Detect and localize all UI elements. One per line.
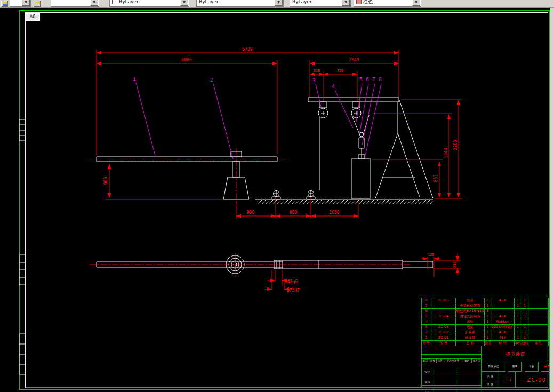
parts-cell-code: ZC-05: [431, 298, 456, 303]
parts-row: 8ZC-05底座145#11: [422, 298, 548, 303]
parts-cell-material: [491, 303, 515, 309]
parts-cell-material: Rubber: [491, 319, 515, 325]
parts-cell-w2: 1: [521, 325, 528, 330]
window-right-border[interactable]: [550, 0, 554, 392]
chevron-down-icon[interactable]: ▼: [275, 0, 283, 6]
callout-2: 2: [210, 77, 213, 83]
parts-row: 2ZC-02安装座145#11: [422, 330, 548, 335]
parts-cell-qty: 1: [485, 330, 491, 335]
signature-row: 工艺: [422, 389, 481, 392]
layers-icon[interactable]: [1, 1, 8, 7]
linetype-combo[interactable]: ByLayer ▼: [196, 0, 284, 7]
revision-label: 处数: [429, 359, 437, 363]
sheet-index: 第 张: [482, 380, 499, 388]
red-swatch: [356, 0, 362, 4]
revision-signature-area: 标记处数分区更改文件号签名年月日 设计审核工艺批准: [422, 346, 481, 388]
revision-label: 更改文件号: [444, 359, 462, 363]
parts-cell-w2: 1: [521, 314, 528, 319]
parts-cell-w2: 1: [521, 298, 528, 303]
signature-blank: [433, 379, 457, 386]
signature-label: 工艺: [422, 389, 433, 392]
dim-h900: 900: [103, 177, 108, 185]
properties-toolbar: ▼ ▼ ByLayer ▼ ByLayer ▼ ByLayer ▼ 红色 ▼: [0, 0, 554, 8]
parts-cell-w1: 1: [515, 298, 521, 303]
parts-list: 8ZC-05底座145#117卷筒传动装置1116钢丝绳6×19-φ1085ZC…: [422, 298, 548, 346]
hook-block: [359, 132, 364, 158]
parts-cell-name: 安装座: [456, 330, 485, 335]
chevron-down-icon[interactable]: ▼: [90, 0, 98, 6]
parts-row: 3ZC-03塔架1Q235A/铸铁件11: [422, 325, 548, 330]
lineweight-combo[interactable]: ByLayer ▼: [290, 0, 351, 7]
callout-5: 5: [359, 77, 362, 82]
revision-row: [422, 355, 481, 359]
parts-cell-seq: 6: [422, 309, 431, 314]
parts-cell-w1: 1: [515, 303, 521, 309]
dim-b900: 900: [247, 210, 255, 215]
parts-cell-name: 卷筒传动装置: [456, 303, 485, 309]
color-combo[interactable]: ByLayer ▼: [109, 0, 189, 7]
parts-header-cell: 备注: [528, 341, 549, 346]
signature-row: 设计: [422, 369, 481, 379]
layer-combo[interactable]: ▼: [51, 0, 99, 7]
title-block: 8ZC-05底座145#117卷筒传动装置1116钢丝绳6×19-φ1085ZC…: [421, 298, 548, 388]
parts-row: 7卷筒传动装置111: [422, 303, 548, 309]
front-view: [97, 98, 433, 204]
gantry: [308, 98, 433, 198]
plotstyle-combo[interactable]: 红色 ▼: [354, 0, 421, 7]
dim-total: 6739: [242, 47, 252, 52]
chevron-down-icon[interactable]: ▼: [22, 0, 30, 6]
parts-header-cell: 材 料: [491, 341, 515, 346]
parts-cell-w1: 1: [515, 314, 521, 319]
parts-cell-qty: 1: [485, 335, 491, 341]
sheet-count-cell: 共 张 第 张: [482, 372, 499, 388]
parts-cell-note: [528, 303, 549, 309]
parts-cell-seq: 4: [422, 319, 431, 325]
chevron-down-icon[interactable]: ▼: [412, 0, 420, 6]
signature-rows: 设计审核工艺批准: [422, 369, 481, 392]
layer-state-combo[interactable]: ▼: [10, 0, 31, 7]
signature-row: 审核: [422, 379, 481, 389]
drawing-number: ZC-00: [518, 372, 554, 388]
parts-cell-w1: 1: [515, 330, 521, 335]
parts-cell-seq: 1: [422, 335, 431, 341]
parts-cell-w2: [521, 309, 528, 314]
dim-b1050: 1050: [329, 210, 339, 215]
parts-cell-name: 吊钩: [456, 319, 485, 325]
chevron-down-icon[interactable]: ▼: [180, 0, 188, 6]
color-swatch: [112, 0, 117, 4]
callout-4: 4: [332, 84, 334, 89]
parts-header-cell: 名 称: [456, 341, 485, 346]
parts-header-row: 序号代 号名 称数量材 料单件总计备注: [422, 341, 548, 346]
parts-cell-qty: 1: [485, 298, 491, 303]
parts-cell-qty: 1: [485, 325, 491, 330]
chevron-down-icon[interactable]: ▼: [342, 0, 350, 6]
scale-label: 比例: [525, 362, 539, 372]
signature-blank: [433, 369, 457, 375]
parts-header-cell: 总计: [521, 341, 528, 346]
make-layer-current-icon[interactable]: [34, 1, 41, 7]
parts-cell-seq: 5: [422, 314, 431, 319]
signature-blank: [457, 379, 481, 386]
ground-hatch: [257, 200, 433, 204]
callout-3: 3: [312, 78, 315, 83]
parts-cell-w1: [515, 319, 521, 325]
parts-cell-w2: [521, 319, 528, 325]
parts-cell-seq: 8: [422, 298, 431, 303]
parts-cell-w2: 1: [521, 303, 528, 309]
parts-cell-note: [528, 309, 549, 314]
dim-212: 212: [453, 261, 457, 268]
dim-861: 861: [433, 174, 438, 182]
parts-cell-w2: 1: [521, 335, 528, 341]
dim-2049: 2049: [349, 58, 359, 62]
sheet-size-label: A0: [25, 13, 40, 21]
dim-2280: 2280: [453, 140, 458, 150]
dimensions: 6739 4000 2049 310 750 900 900 800 1050 …: [97, 47, 462, 293]
parts-cell-note: [528, 314, 549, 319]
scale-value: 1:1: [502, 372, 516, 388]
parts-cell-seq: 3: [422, 325, 431, 330]
parts-cell-material: [491, 309, 515, 314]
parts-row: 1ZC-01操纵臂145#11: [422, 335, 548, 341]
revision-label: 年月日: [472, 359, 481, 363]
revision-row: [422, 350, 481, 355]
revision-row: [422, 346, 481, 350]
